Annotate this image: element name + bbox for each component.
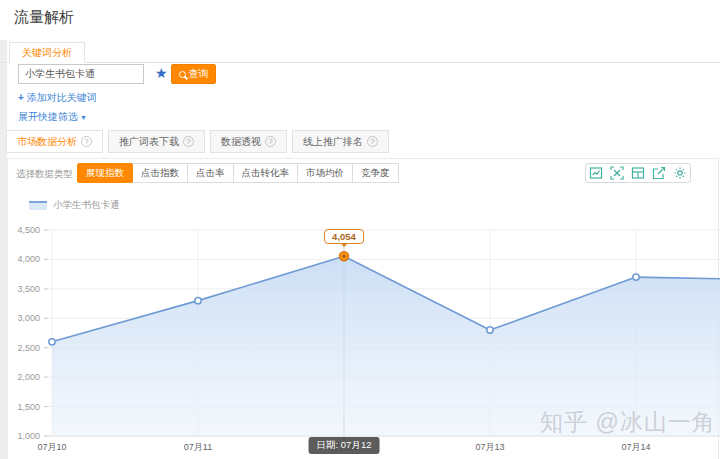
add-compare-keyword-link[interactable]: +添加对比关键词 [18, 91, 97, 105]
keyword-input[interactable] [18, 64, 144, 84]
fullscreen-icon-button[interactable] [608, 165, 626, 181]
data-type-competition[interactable]: 竞争度 [352, 163, 399, 183]
x-axis-label: 07月10 [24, 441, 80, 454]
market-tab-bar: 市场数据分析 ? 推广词表下载 ? 数据透视 ? 线上推广排名 ? [6, 130, 389, 153]
watermark: 知乎 @冰山一角 [540, 407, 716, 438]
legend-swatch [29, 201, 47, 210]
y-axis-label: 2,500 [2, 343, 40, 353]
data-type-click-index[interactable]: 点击指数 [132, 163, 188, 183]
x-axis-label: 07月13 [462, 441, 518, 454]
data-point [487, 327, 493, 333]
data-point-active-core [342, 255, 345, 258]
settings-icon-button[interactable] [671, 165, 689, 181]
trend-chart-icon-button[interactable] [587, 165, 605, 181]
help-icon[interactable]: ? [81, 136, 92, 147]
y-axis-label: 1,500 [2, 402, 40, 412]
help-icon[interactable]: ? [183, 136, 194, 147]
favorite-star-icon[interactable]: ★ [155, 65, 168, 81]
y-axis-label: 1,000 [2, 431, 40, 441]
chevron-down-icon: ▼ [80, 114, 87, 121]
data-table-icon-button[interactable] [629, 165, 647, 181]
data-type-market-avg-price[interactable]: 市场均价 [297, 163, 353, 183]
tab-divider [0, 62, 720, 63]
tab-keyword-analysis[interactable]: 关键词分析 [9, 42, 85, 63]
data-table-icon [631, 166, 645, 180]
date-tooltip: 日期: 07月12 [309, 437, 380, 454]
data-point [633, 274, 639, 280]
trend-chart-icon [589, 166, 603, 180]
fullscreen-icon [610, 166, 624, 180]
tab-online-promo-ranking[interactable]: 线上推广排名 ? [292, 130, 389, 153]
data-type-button-group: 展现指数 点击指数 点击率 点击转化率 市场均价 竞争度 [78, 163, 399, 183]
traffic-analysis-page: 流量解析 关键词分析 ★ 查询 +添加对比关键词 展开快捷筛选▼ 市场数据分析 … [0, 0, 720, 459]
y-axis-label: 4,500 [2, 225, 40, 235]
y-axis-label: 3,000 [2, 313, 40, 323]
tab-label: 数据透视 [221, 131, 261, 152]
export-icon-button[interactable] [650, 165, 668, 181]
search-button[interactable]: 查询 [171, 64, 216, 84]
tab-label: 线上推广排名 [303, 131, 363, 152]
data-point [195, 297, 201, 303]
y-axis-label: 2,000 [2, 372, 40, 382]
tab-data-pivot[interactable]: 数据透视 ? [210, 130, 287, 153]
data-type-click-conversion-rate[interactable]: 点击转化率 [233, 163, 299, 183]
expand-quick-filter-label: 展开快捷筛选 [18, 111, 78, 122]
chart-legend[interactable]: 小学生书包卡通 [29, 199, 120, 212]
tab-market-data-analysis[interactable]: 市场数据分析 ? [6, 130, 103, 153]
tab-label: 推广词表下载 [119, 131, 179, 152]
expand-quick-filter-link[interactable]: 展开快捷筛选▼ [18, 110, 87, 124]
data-type-click-rate[interactable]: 点击率 [187, 163, 234, 183]
plus-icon: + [18, 92, 24, 103]
export-icon [652, 166, 666, 180]
magnifier-icon [179, 71, 186, 78]
tab-label: 市场数据分析 [17, 131, 77, 152]
help-icon[interactable]: ? [265, 136, 276, 147]
page-title: 流量解析 [14, 8, 74, 27]
search-button-label: 查询 [189, 67, 209, 81]
y-axis-label: 4,000 [2, 254, 40, 264]
x-axis-label: 07月11 [170, 441, 226, 454]
data-point-value-label: 4,054 [324, 229, 364, 244]
chart-toolbar [585, 163, 691, 183]
settings-icon [673, 166, 687, 180]
legend-label: 小学生书包卡通 [53, 199, 120, 212]
data-point [49, 339, 55, 345]
add-compare-keyword-label: 添加对比关键词 [27, 92, 97, 103]
data-type-label: 选择数据类型： [16, 168, 83, 181]
data-type-impression-index[interactable]: 展现指数 [77, 163, 133, 183]
y-axis-label: 3,500 [2, 284, 40, 294]
x-axis-label: 07月14 [608, 441, 664, 454]
tab-promo-wordlist-download[interactable]: 推广词表下载 ? [108, 130, 205, 153]
help-icon[interactable]: ? [367, 136, 378, 147]
